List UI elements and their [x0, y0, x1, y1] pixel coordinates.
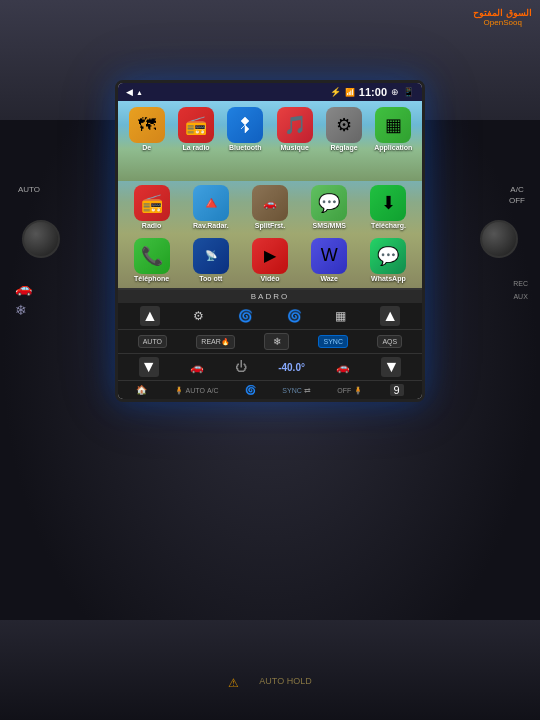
- snowflake-btn[interactable]: ❄: [264, 333, 289, 350]
- signal-icon: 📶: [345, 88, 355, 97]
- seat-right-icon[interactable]: 🧍: [353, 386, 363, 395]
- left-knob[interactable]: [22, 220, 60, 258]
- clock: 11:00: [359, 86, 387, 98]
- climate-up-left[interactable]: ▲: [140, 306, 160, 326]
- temp-display: -40.0°: [278, 362, 305, 373]
- app-waze-icon: W: [311, 238, 347, 274]
- off-label: OFF: [337, 387, 351, 394]
- seat-left-icon[interactable]: 🧍: [174, 386, 184, 395]
- auto-hold-label: AUTO HOLD: [259, 676, 311, 690]
- app-music[interactable]: 🎵 Musique: [272, 107, 317, 175]
- app-grid-row1: 🗺 De 📻 La radio Bluetooth 🎵: [118, 101, 422, 181]
- back-icon[interactable]: ◀: [126, 87, 133, 97]
- app-tooott[interactable]: 📡 Too ott: [183, 238, 238, 283]
- app-de[interactable]: 🗺 De: [124, 107, 169, 175]
- app-telephone[interactable]: 📞 Téléphone: [124, 238, 179, 283]
- app-bluetooth[interactable]: Bluetooth: [223, 107, 268, 175]
- phone-icon: 📱: [403, 87, 414, 97]
- app-grid-row2: 📻 Radio 🔺 Rav.Radar. 🚗 SplitFrst. 💬 SMS/…: [118, 181, 422, 234]
- ac-label-bottom: A/C: [207, 387, 219, 394]
- app-splitfrst-label: SplitFrst.: [255, 222, 285, 230]
- auto-btn[interactable]: AUTO: [138, 335, 167, 348]
- app-music-label: Musique: [280, 144, 308, 152]
- right-bottom-controls: OFF 🧍: [337, 386, 363, 395]
- app-de-icon: 🗺: [129, 107, 165, 143]
- home-icon[interactable]: 🏠: [136, 385, 147, 395]
- seat-heat-icon[interactable]: 🚗: [190, 361, 204, 374]
- app-grid-row3: 📞 Téléphone 📡 Too ott ▶ Vidéo W Waze 💬: [118, 234, 422, 289]
- fan2-icon: 🌀: [287, 309, 302, 323]
- right-side-controls: REC AUX: [513, 280, 528, 300]
- app-tooott-icon: 📡: [193, 238, 229, 274]
- app-music-icon: 🎵: [277, 107, 313, 143]
- citroën-icon: ⊕: [391, 87, 399, 97]
- app-application-icon: ▦: [375, 107, 411, 143]
- app-application[interactable]: ▦ Application: [371, 107, 416, 175]
- app-smsmms[interactable]: 💬 SMS/MMS: [302, 185, 357, 230]
- right-label-2: AUX: [513, 293, 528, 300]
- app-reglage[interactable]: ⚙ Réglage: [321, 107, 366, 175]
- right-knob[interactable]: [480, 220, 518, 258]
- left-icon-1[interactable]: 🚗: [15, 280, 32, 296]
- app-waze[interactable]: W Waze: [302, 238, 357, 283]
- app-bluetooth-icon: [227, 107, 263, 143]
- app-video-icon: ▶: [252, 238, 288, 274]
- app-radio-icon: 📻: [178, 107, 214, 143]
- rear-btn[interactable]: REAR🔥: [196, 335, 234, 349]
- sync-bottom-controls: SYNC ⇄: [282, 386, 310, 395]
- app-smsmms-label: SMS/MMS: [312, 222, 345, 230]
- aqs-btn[interactable]: AQS: [377, 335, 402, 348]
- climate-up-right[interactable]: ▲: [380, 306, 400, 326]
- sync-icon-bottom: ⇄: [304, 386, 311, 395]
- app-telephone-icon: 📞: [134, 238, 170, 274]
- triangle-icon: ▲: [136, 89, 143, 96]
- app-navradar-label: Rav.Radar.: [193, 222, 229, 230]
- climate-row-4: 🏠 🧍 AUTO A/C 🌀 SYNC ⇄ OFF 🧍: [118, 381, 422, 399]
- app-reglage-icon: ⚙: [326, 107, 362, 143]
- climate-row-1: ▲ ⚙ 🌀 🌀 ▦ ▲: [118, 303, 422, 330]
- grid-icon: ▦: [335, 309, 346, 323]
- power-icon[interactable]: ⏻: [235, 360, 247, 374]
- app-radio[interactable]: 📻 La radio: [173, 107, 218, 175]
- right-label-1: REC: [513, 280, 528, 287]
- app-waze-label: Waze: [320, 275, 338, 283]
- status-bar: ◀ ▲ ⚡ 📶 11:00 ⊕ 📱: [118, 83, 422, 101]
- status-left: ◀ ▲: [126, 87, 143, 97]
- app-radio2-icon: 📻: [134, 185, 170, 221]
- climate-panel: BADRO ▲ ⚙ 🌀 🌀 ▦ ▲ AUTO REAR🔥 ❄ SYNC AQS: [118, 288, 422, 399]
- app-whatsapp[interactable]: 💬 WhatsApp: [361, 238, 416, 283]
- app-telecharge-label: Télécharg.: [371, 222, 406, 230]
- climate-row-3: ▼ 🚗 ⏻ -40.0° 🚗 ▼: [118, 354, 422, 381]
- fan-speed-icon[interactable]: 🌀: [245, 385, 256, 395]
- app-radio-label: La radio: [182, 144, 209, 152]
- app-radio2[interactable]: 📻 Radio: [124, 185, 179, 230]
- app-smsmms-icon: 💬: [311, 185, 347, 221]
- app-whatsapp-icon: 💬: [370, 238, 406, 274]
- android-screen: ◀ ▲ ⚡ 📶 11:00 ⊕ 📱 🗺 De 📻: [115, 80, 425, 402]
- app-telecharge[interactable]: ⬇ Télécharg.: [361, 185, 416, 230]
- warning-lights: ⚠ AUTO HOLD: [228, 676, 311, 690]
- left-label-auto: AUTO: [18, 185, 40, 194]
- sync-label-bottom: SYNC: [282, 387, 301, 394]
- app-video[interactable]: ▶ Vidéo: [242, 238, 297, 283]
- number-display: 9: [390, 384, 404, 396]
- warning-icon: ⚠: [228, 676, 239, 690]
- car-ac-icon[interactable]: 🚗: [336, 361, 350, 374]
- app-splitfrst[interactable]: 🚗 SplitFrst.: [242, 185, 297, 230]
- fan-icon: 🌀: [238, 309, 253, 323]
- climate-down-right[interactable]: ▼: [381, 357, 401, 377]
- sync-btn[interactable]: SYNC: [318, 335, 347, 348]
- app-telecharge-icon: ⬇: [370, 185, 406, 221]
- left-side-controls: 🚗 ❄: [15, 280, 32, 318]
- bottom-area: ⚠ AUTO HOLD: [0, 620, 540, 720]
- app-de-label: De: [142, 144, 151, 152]
- app-bluetooth-label: Bluetooth: [229, 144, 262, 152]
- app-telephone-label: Téléphone: [134, 275, 169, 283]
- vent-icon: ⚙: [193, 309, 204, 323]
- left-icon-2[interactable]: ❄: [15, 302, 32, 318]
- app-reglage-label: Réglage: [330, 144, 357, 152]
- auto-label-bottom: AUTO: [186, 387, 205, 394]
- opensooq-logo: السوق المفتوح OpenSooq: [473, 8, 532, 27]
- app-navradar[interactable]: 🔺 Rav.Radar.: [183, 185, 238, 230]
- climate-down-left[interactable]: ▼: [139, 357, 159, 377]
